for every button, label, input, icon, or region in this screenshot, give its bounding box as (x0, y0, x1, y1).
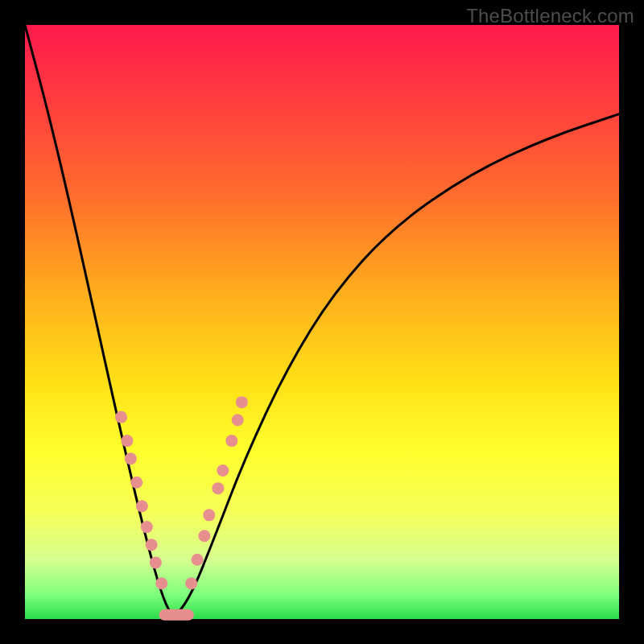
watermark-text: TheBottleneck.com (466, 5, 634, 27)
dot-right-0 (185, 577, 197, 589)
dot-right-8 (236, 396, 248, 408)
dot-right-7 (232, 414, 244, 426)
chart-svg (25, 25, 619, 619)
dot-right-4 (212, 482, 224, 494)
dot-left-2 (125, 452, 137, 464)
chart-frame: TheBottleneck.com (0, 0, 644, 644)
dot-left-1 (121, 435, 133, 447)
dot-left-6 (146, 539, 158, 551)
bottleneck-curve (25, 25, 619, 619)
dot-left-3 (130, 477, 142, 489)
dot-right-5 (217, 464, 229, 477)
dot-right-2 (198, 530, 210, 542)
dot-right-6 (225, 435, 237, 447)
dot-right-3 (203, 509, 215, 521)
dot-left-7 (150, 556, 162, 568)
dot-right-1 (192, 554, 204, 566)
dot-left-5 (141, 521, 153, 533)
dot-left-0 (115, 411, 127, 423)
curve-right-arm (174, 114, 620, 619)
dot-left-8 (155, 577, 167, 589)
dot-left-4 (136, 500, 148, 512)
